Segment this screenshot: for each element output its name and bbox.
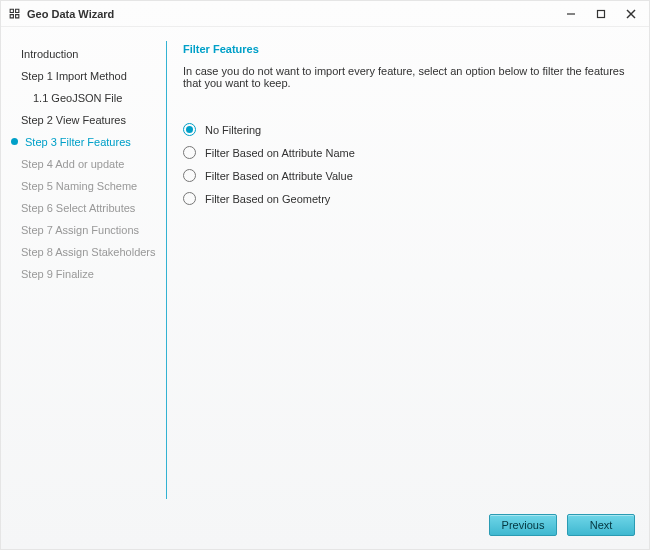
button-label: Previous [502, 519, 545, 531]
sidebar-item-view-features[interactable]: Step 2 View Features [11, 109, 166, 131]
sidebar-item-label: Step 4 Add or update [21, 158, 124, 170]
radio-icon [183, 123, 196, 136]
radio-icon [183, 169, 196, 182]
sidebar-item-naming-scheme[interactable]: Step 5 Naming Scheme [11, 175, 166, 197]
sidebar-item-label: Step 6 Select Attributes [21, 202, 135, 214]
sidebar-item-label: Step 5 Naming Scheme [21, 180, 137, 192]
svg-rect-1 [598, 10, 605, 17]
sidebar-item-label: Step 3 Filter Features [25, 136, 131, 148]
window-title: Geo Data Wizard [27, 8, 114, 20]
sidebar-item-label: Step 2 View Features [21, 114, 126, 126]
app-icon [7, 7, 21, 21]
radio-icon [183, 146, 196, 159]
main-panel: Filter Features In case you do not want … [167, 37, 639, 509]
sidebar-item-filter-features[interactable]: Step 3 Filter Features [11, 131, 166, 153]
option-filter-attribute-name[interactable]: Filter Based on Attribute Name [183, 146, 627, 159]
sidebar-item-label: Step 7 Assign Functions [21, 224, 139, 236]
button-label: Next [590, 519, 613, 531]
radio-label: No Filtering [205, 124, 261, 136]
radio-label: Filter Based on Attribute Value [205, 170, 353, 182]
titlebar: Geo Data Wizard [1, 1, 649, 27]
sidebar-item-label: 1.1 GeoJSON File [33, 92, 122, 104]
section-description: In case you do not want to import every … [183, 65, 627, 89]
footer: Previous Next [1, 509, 649, 549]
sidebar-item-label: Step 1 Import Method [21, 70, 127, 82]
vertical-divider [166, 41, 167, 499]
sidebar-item-assign-functions[interactable]: Step 7 Assign Functions [11, 219, 166, 241]
option-no-filtering[interactable]: No Filtering [183, 123, 627, 136]
radio-label: Filter Based on Attribute Name [205, 147, 355, 159]
sidebar-item-select-attributes[interactable]: Step 6 Select Attributes [11, 197, 166, 219]
maximize-button[interactable] [593, 6, 609, 22]
option-filter-geometry[interactable]: Filter Based on Geometry [183, 192, 627, 205]
previous-button[interactable]: Previous [489, 514, 557, 536]
sidebar-item-label: Step 9 Finalize [21, 268, 94, 280]
radio-label: Filter Based on Geometry [205, 193, 330, 205]
radio-icon [183, 192, 196, 205]
sidebar-item-introduction[interactable]: Introduction [11, 43, 166, 65]
wizard-body: Introduction Step 1 Import Method 1.1 Ge… [1, 27, 649, 509]
window-controls [563, 6, 643, 22]
sidebar-item-geojson-file[interactable]: 1.1 GeoJSON File [11, 87, 166, 109]
minimize-button[interactable] [563, 6, 579, 22]
section-title: Filter Features [183, 43, 627, 55]
sidebar-item-import-method[interactable]: Step 1 Import Method [11, 65, 166, 87]
sidebar-item-label: Step 8 Assign Stakeholders [21, 246, 156, 258]
steps-sidebar: Introduction Step 1 Import Method 1.1 Ge… [11, 37, 166, 509]
sidebar-item-finalize[interactable]: Step 9 Finalize [11, 263, 166, 285]
sidebar-item-add-or-update[interactable]: Step 4 Add or update [11, 153, 166, 175]
option-filter-attribute-value[interactable]: Filter Based on Attribute Value [183, 169, 627, 182]
close-button[interactable] [623, 6, 639, 22]
wizard-window: Geo Data Wizard Introduction Step 1 Impo… [0, 0, 650, 550]
sidebar-item-assign-stakeholders[interactable]: Step 8 Assign Stakeholders [11, 241, 166, 263]
next-button[interactable]: Next [567, 514, 635, 536]
sidebar-item-label: Introduction [21, 48, 78, 60]
